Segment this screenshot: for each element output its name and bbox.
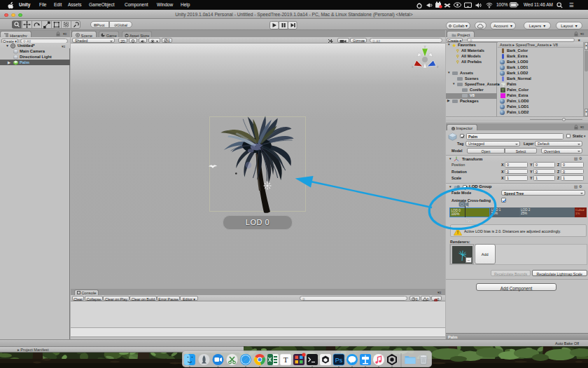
- svg-text:x: x: [412, 64, 414, 69]
- svg-text:Ps: Ps: [335, 357, 343, 364]
- svg-text:z: z: [437, 64, 439, 69]
- svg-text:!: !: [457, 230, 458, 235]
- svg-text:y: y: [424, 44, 426, 48]
- svg-text:T: T: [284, 355, 288, 364]
